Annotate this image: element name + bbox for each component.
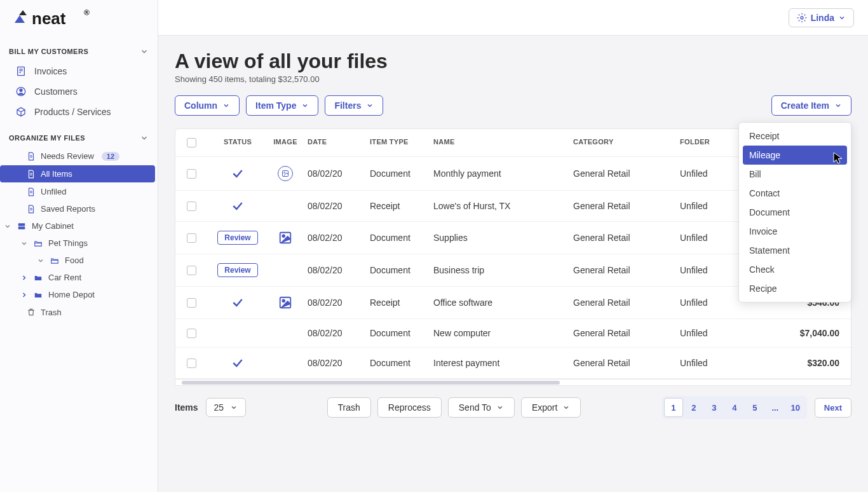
create-item-button[interactable]: Create Item (771, 95, 851, 116)
filters-dropdown[interactable]: Filters (325, 95, 383, 116)
image-thumbnail-icon[interactable] (278, 166, 293, 181)
cell-name: Supplies (433, 233, 573, 243)
tree-food[interactable]: Food (0, 252, 158, 269)
image-icon[interactable] (278, 231, 292, 245)
col-category[interactable]: CATEGORY (573, 138, 680, 147)
tree-trash[interactable]: Trash (0, 303, 158, 321)
table-row[interactable]: 08/02/20DocumentNew computerGeneral Reta… (175, 319, 851, 348)
col-item-type[interactable]: ITEM TYPE (370, 138, 433, 147)
export-button[interactable]: Export (521, 397, 581, 418)
cell-category: General Retail (573, 201, 680, 211)
review-button[interactable]: Review (217, 231, 257, 245)
document-icon (27, 205, 36, 214)
page-size-select[interactable]: 25 (206, 398, 247, 417)
row-checkbox[interactable] (187, 359, 196, 368)
cell-name: Interest payment (433, 358, 573, 368)
page-10[interactable]: 10 (786, 398, 805, 417)
section-bill-customers[interactable]: BILL MY CUSTOMERS (0, 42, 158, 61)
chevron-down-icon (4, 222, 11, 230)
items-label: Items (175, 402, 198, 413)
tree-my-cabinet[interactable]: My Cabinet (0, 217, 158, 235)
page-2[interactable]: 2 (684, 398, 703, 417)
tree-unfiled[interactable]: Unfiled (0, 183, 158, 200)
chevron-down-icon (140, 133, 149, 142)
nav-invoices[interactable]: Invoices (0, 61, 158, 81)
tree-label: Unfiled (41, 187, 66, 196)
section-organize[interactable]: ORGANIZE MY FILES (0, 128, 158, 147)
tree-needs-review[interactable]: Needs Review 12 (0, 147, 158, 165)
reprocess-button[interactable]: Reprocess (377, 397, 442, 418)
tree-home-depot[interactable]: Home Depot (0, 286, 158, 303)
section-label: BILL MY CUSTOMERS (9, 48, 88, 55)
cell-date: 08/02/20 (308, 265, 370, 275)
cell-date: 08/02/20 (308, 233, 370, 243)
row-checkbox[interactable] (187, 233, 196, 243)
cell-item-type: Receipt (370, 201, 433, 211)
svg-point-24 (282, 235, 285, 237)
page-...[interactable]: ... (766, 398, 785, 417)
menu-item-mileage[interactable]: Mileage (743, 146, 847, 165)
cell-name: Business trip (433, 265, 573, 275)
check-icon (231, 357, 244, 369)
menu-item-document[interactable]: Document (743, 203, 847, 222)
horizontal-scrollbar[interactable] (175, 379, 851, 386)
row-checkbox[interactable] (187, 298, 196, 308)
tree-label: All Items (41, 169, 72, 179)
button-label: Create Item (781, 100, 829, 111)
tree-all-items[interactable]: All Items (0, 165, 155, 182)
cell-date: 08/02/20 (308, 358, 370, 368)
chevron-right-icon (20, 291, 28, 299)
tree-car-rent[interactable]: Car Rent (0, 269, 158, 286)
page-5[interactable]: 5 (745, 398, 764, 417)
menu-item-contact[interactable]: Contact (743, 184, 847, 203)
chevron-down-icon (496, 404, 504, 411)
cell-name: Office software (433, 297, 573, 308)
item-type-dropdown[interactable]: Item Type (246, 95, 318, 116)
menu-item-recipe[interactable]: Recipe (743, 279, 847, 298)
page-4[interactable]: 4 (725, 398, 744, 417)
cell-name: New computer (433, 328, 573, 338)
tree-label: Car Rent (48, 273, 81, 282)
send-to-button[interactable]: Send To (448, 397, 515, 418)
col-image[interactable]: IMAGE (263, 138, 308, 147)
row-checkbox[interactable] (187, 329, 196, 338)
table-row[interactable]: 08/02/20DocumentInterest paymentGeneral … (175, 348, 851, 379)
cell-date: 08/02/20 (308, 168, 370, 179)
page-3[interactable]: 3 (705, 398, 724, 417)
user-menu-button[interactable]: Linda (789, 8, 854, 27)
row-checkbox[interactable] (187, 202, 196, 211)
page-1[interactable]: 1 (664, 398, 683, 417)
col-name[interactable]: NAME (433, 138, 573, 147)
tree-pet-things[interactable]: Pet Things (0, 235, 158, 252)
section-label: ORGANIZE MY FILES (9, 134, 85, 142)
nav-customers[interactable]: Customers (0, 81, 158, 102)
row-checkbox[interactable] (187, 169, 196, 179)
col-status[interactable]: STATUS (212, 138, 263, 147)
nav-products[interactable]: Products / Services (0, 102, 158, 122)
next-page-button[interactable]: Next (815, 398, 851, 418)
menu-item-invoice[interactable]: Invoice (743, 222, 847, 241)
tree-saved-reports[interactable]: Saved Reports (0, 200, 158, 217)
cell-date: 08/02/20 (308, 201, 370, 211)
column-dropdown[interactable]: Column (175, 95, 240, 116)
gear-icon (797, 13, 807, 23)
menu-item-receipt[interactable]: Receipt (743, 126, 847, 146)
svg-text:®: ® (84, 9, 90, 17)
row-checkbox[interactable] (187, 266, 196, 275)
cell-category: General Retail (573, 168, 680, 179)
menu-item-check[interactable]: Check (743, 260, 847, 279)
user-name: Linda (811, 13, 834, 23)
menu-item-bill[interactable]: Bill (743, 165, 847, 184)
select-all-checkbox[interactable] (187, 138, 196, 147)
tree-label: Food (65, 256, 84, 265)
logo[interactable]: neat ® (0, 0, 158, 42)
review-button[interactable]: Review (217, 263, 257, 277)
cell-date: 08/02/20 (308, 297, 370, 308)
chevron-down-icon (834, 102, 842, 109)
trash-icon (27, 307, 36, 317)
page-title: A view of all your files (175, 50, 851, 73)
image-icon[interactable] (278, 296, 292, 310)
menu-item-statement[interactable]: Statement (743, 241, 847, 260)
trash-button[interactable]: Trash (327, 397, 371, 418)
col-date[interactable]: DATE (308, 138, 370, 147)
